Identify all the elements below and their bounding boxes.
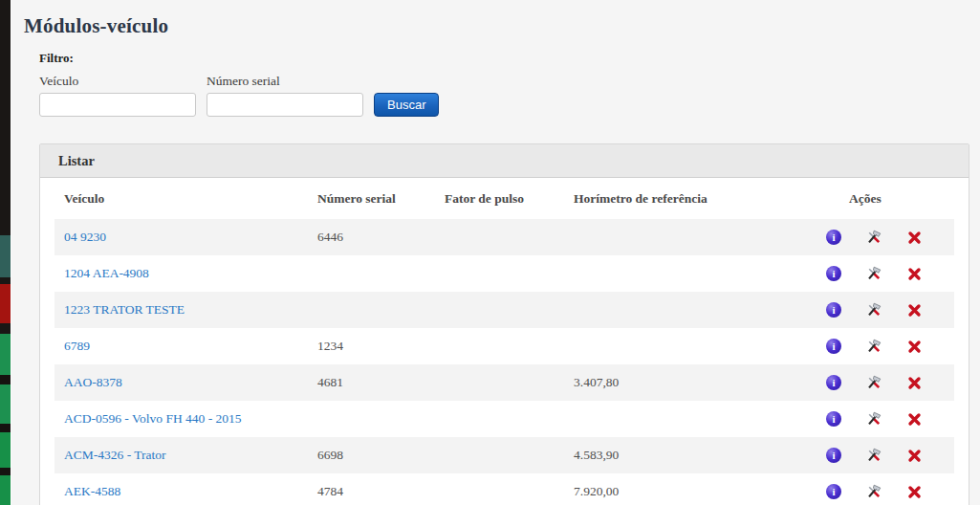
hourmeter-cell: 4.583,90 [564, 437, 794, 473]
vehicle-cell: 6789 [54, 328, 308, 364]
hourmeter-cell [564, 255, 794, 292]
serial-input[interactable] [207, 93, 363, 117]
pulse-cell [435, 292, 564, 328]
vehicle-cell: AAO-8378 [54, 364, 308, 401]
tools-icon[interactable] [866, 339, 882, 354]
actions-cell: i [794, 364, 954, 401]
serial-cell: 1234 [308, 328, 435, 364]
vehicle-link[interactable]: ACD-0596 - Volvo FH 440 - 2015 [64, 411, 242, 426]
serial-field: Número serial [207, 74, 363, 117]
table-row: ACD-0596 - Volvo FH 440 - 2015 i [54, 401, 954, 437]
delete-icon[interactable] [906, 375, 922, 390]
table-row: ACM-4326 - Trator 6698 4.583,90 i [54, 437, 954, 473]
column-header-pulse: Fator de pulso [435, 178, 564, 219]
serial-cell: 4784 [308, 473, 435, 505]
desktop-edge-strip [0, 0, 11, 505]
actions-cell: i [794, 292, 954, 328]
delete-icon[interactable] [906, 302, 922, 318]
vehicle-link[interactable]: 04 9230 [64, 230, 106, 244]
tools-icon[interactable] [866, 302, 882, 318]
info-icon[interactable]: i [826, 266, 841, 281]
pulse-cell [435, 219, 564, 255]
actions-cell: i [794, 328, 954, 364]
vehicle-cell: AEK-4588 [54, 473, 308, 505]
tools-icon[interactable] [866, 448, 882, 463]
vehicle-field: Veículo [39, 74, 196, 117]
vehicle-label: Veículo [39, 74, 196, 89]
serial-cell [308, 292, 435, 328]
delete-icon[interactable] [906, 266, 922, 281]
table-row: 04 9230 6446 i [54, 219, 954, 255]
serial-cell [308, 255, 435, 292]
tools-icon[interactable] [866, 375, 882, 390]
info-icon[interactable]: i [826, 230, 841, 245]
vehicle-link[interactable]: AAO-8378 [64, 375, 122, 389]
column-header-serial: Número serial [308, 178, 435, 219]
pulse-cell [435, 328, 564, 364]
table-row: AAO-8378 4681 3.407,80 i [54, 364, 954, 401]
table-row: AEK-4588 4784 7.920,00 i [54, 473, 954, 505]
table-header-row: Veículo Número serial Fator de pulso Hor… [54, 178, 954, 219]
tools-icon[interactable] [866, 411, 882, 427]
table-body: 04 9230 6446 i [54, 219, 954, 505]
list-panel: Listar Veículo Número serial Fator de pu… [39, 143, 969, 505]
actions-cell: i [794, 437, 954, 473]
hourmeter-cell [564, 401, 794, 437]
pulse-cell [435, 255, 564, 292]
search-button[interactable]: Buscar [374, 93, 439, 117]
actions-cell: i [794, 401, 954, 437]
table-row: 1223 TRATOR TESTE i [54, 292, 954, 328]
column-header-actions: Ações [794, 178, 954, 219]
page-content: Módulos-veículo Filtro: Veículo Número s… [11, 0, 980, 505]
serial-cell: 6446 [308, 219, 435, 255]
column-header-vehicle: Veículo [54, 178, 308, 219]
table-row: 6789 1234 i [54, 328, 954, 364]
vehicle-cell: 04 9230 [54, 219, 308, 255]
info-icon[interactable]: i [826, 302, 841, 318]
tools-icon[interactable] [866, 266, 882, 281]
serial-cell [308, 401, 435, 437]
info-icon[interactable]: i [826, 484, 841, 499]
filter-section: Filtro: Veículo Número serial Buscar [39, 51, 980, 117]
tools-icon[interactable] [866, 484, 882, 499]
pulse-cell [435, 364, 564, 401]
serial-label: Número serial [207, 74, 363, 89]
vehicle-link[interactable]: 1204 AEA-4908 [64, 266, 149, 280]
pulse-cell [435, 437, 564, 473]
delete-icon[interactable] [906, 339, 922, 354]
delete-icon[interactable] [906, 411, 922, 427]
delete-icon[interactable] [906, 230, 922, 245]
vehicle-cell: ACM-4326 - Trator [54, 437, 308, 473]
serial-cell: 6698 [308, 437, 435, 473]
actions-cell: i [794, 219, 954, 255]
vehicles-table: Veículo Número serial Fator de pulso Hor… [54, 178, 954, 505]
delete-icon[interactable] [906, 448, 922, 463]
vehicle-link[interactable]: ACM-4326 - Trator [64, 448, 166, 462]
actions-cell: i [794, 255, 954, 292]
list-panel-body: Veículo Número serial Fator de pulso Hor… [40, 178, 969, 505]
info-icon[interactable]: i [826, 448, 841, 463]
list-panel-header: Listar [40, 144, 969, 178]
hourmeter-cell: 3.407,80 [564, 364, 794, 401]
vehicle-cell: ACD-0596 - Volvo FH 440 - 2015 [54, 401, 308, 437]
pulse-cell [435, 401, 564, 437]
vehicle-link[interactable]: 1223 TRATOR TESTE [64, 302, 185, 317]
filter-legend: Filtro: [39, 51, 980, 66]
vehicle-cell: 1223 TRATOR TESTE [54, 292, 308, 328]
info-icon[interactable]: i [826, 339, 841, 354]
vehicle-link[interactable]: 6789 [64, 339, 90, 353]
info-icon[interactable]: i [826, 411, 841, 427]
hourmeter-cell: 7.920,00 [564, 473, 794, 505]
tools-icon[interactable] [866, 230, 882, 245]
column-header-hourmeter: Horímetro de referência [564, 178, 794, 219]
table-row: 1204 AEA-4908 i [54, 255, 954, 292]
actions-cell: i [794, 473, 954, 505]
info-icon[interactable]: i [826, 375, 841, 390]
pulse-cell [435, 473, 564, 505]
page-title: Módulos-veículo [24, 14, 980, 38]
hourmeter-cell [564, 328, 794, 364]
delete-icon[interactable] [906, 484, 922, 499]
vehicle-input[interactable] [39, 93, 196, 117]
vehicle-link[interactable]: AEK-4588 [64, 484, 120, 498]
hourmeter-cell [564, 219, 794, 255]
